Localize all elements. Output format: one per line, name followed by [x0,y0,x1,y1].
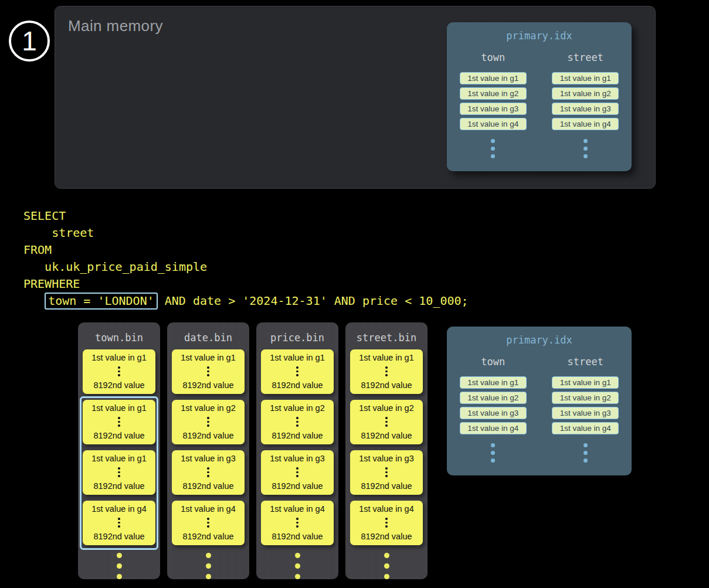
primary-index-columns: town 1st value in g1 1st value in g2 1st… [447,356,632,463]
index-entry-chip: 1st value in g4 [552,118,619,130]
granule-first-value: 1st value in g1 [359,353,414,362]
granule-last-value: 8192nd value [93,481,144,491]
granule-last-value: 8192nd value [182,380,233,390]
sql-predicate-line: town = 'LONDON' AND date > '2024-12-31' … [23,293,469,310]
granule-first-value: 1st value in g3 [359,454,414,463]
main-memory-title: Main memory [68,17,163,35]
vertical-ellipsis-icon [118,417,120,427]
granule-last-value: 8192nd value [361,431,412,440]
vertical-ellipsis-icon [385,467,388,477]
granule-block: 1st value in g3 8192nd value [172,450,245,495]
granule-last-value: 8192nd value [93,532,144,541]
granule-first-value: 1st value in g1 [91,353,147,362]
vertical-ellipsis-icon [256,553,338,579]
index-entry-chip: 1st value in g3 [552,407,619,419]
vertical-ellipsis-icon [207,366,209,376]
vertical-ellipsis-icon [296,366,298,376]
index-entry-chip: 1st value in g4 [460,422,527,434]
granule-block: 1st value in g4 8192nd value [261,501,334,545]
granule-first-value: 1st value in g3 [270,454,325,463]
granule-block: 1st value in g1 8192nd value [83,349,155,394]
vertical-ellipsis-icon [584,139,588,158]
vertical-ellipsis-icon [118,518,120,528]
granule-block: 1st value in g1 8192nd value [261,349,334,394]
granule-last-value: 8192nd value [361,380,412,390]
index-column-header: street [568,356,603,368]
vertical-ellipsis-icon [296,467,298,477]
index-entry-chip: 1st value in g2 [460,87,527,100]
sql-line: PREWHERE [23,276,469,293]
granule-last-value: 8192nd value [361,481,412,491]
granule-first-value: 1st value in g4 [91,504,147,514]
index-entry-chip: 1st value in g3 [460,407,527,419]
granule-first-value: 1st value in g1 [91,454,147,463]
vertical-ellipsis-icon [491,443,495,463]
granule-first-value: 1st value in g4 [359,504,414,514]
index-entry-chip: 1st value in g2 [552,392,619,404]
index-entry-chip: 1st value in g2 [552,87,619,100]
granule-last-value: 8192nd value [93,380,144,390]
bin-file-title: town.bin [78,322,160,349]
index-entry-chip: 1st value in g1 [552,376,619,389]
granule-last-value: 8192nd value [272,481,323,491]
bin-file-title: street.bin [345,322,428,349]
granule-block: 1st value in g4 8192nd value [350,501,423,545]
index-entry-chip: 1st value in g3 [460,103,527,115]
sql-indent [23,294,45,308]
bin-file-panel-town: town.bin 1st value in g1 8192nd value 1s… [78,322,160,579]
vertical-ellipsis-icon [207,417,209,427]
granule-first-value: 1st value in g2 [359,403,414,413]
granule-first-value: 1st value in g1 [181,353,236,362]
index-column-town: town 1st value in g1 1st value in g2 1st… [447,356,540,463]
sql-line: uk.uk_price_paid_simple [23,259,469,276]
granule-last-value: 8192nd value [182,532,233,541]
bin-file-panel-street: street.bin 1st value in g1 8192nd value … [345,322,428,579]
granule-block: 1st value in g2 8192nd value [261,400,334,444]
sql-line: street [23,225,469,242]
vertical-ellipsis-icon [491,139,495,158]
index-column-header: town [481,52,505,63]
index-entry-chip: 1st value in g1 [460,72,527,84]
index-entry-chip: 1st value in g1 [552,72,619,84]
sql-predicate-rest: AND date > '2024-12-31' AND price < 10_0… [158,294,469,308]
vertical-ellipsis-icon [207,467,209,477]
vertical-ellipsis-icon [385,366,388,376]
granule-block: 1st value in g2 8192nd value [172,400,245,444]
index-entry-chip: 1st value in g2 [460,392,527,404]
granule-last-value: 8192nd value [272,532,323,541]
index-entry-chip: 1st value in g1 [460,376,527,389]
granule-first-value: 1st value in g3 [181,454,236,463]
bin-file-panel-price: price.bin 1st value in g1 8192nd value 1… [256,322,338,579]
granule-last-value: 8192nd value [93,431,144,440]
sql-query-block: SELECT streetFROM uk.uk_price_paid_simpl… [23,208,469,310]
primary-index-panel-bottom: primary.idx town 1st value in g1 1st val… [447,327,632,475]
granule-last-value: 8192nd value [272,380,323,390]
granule-block: 1st value in g1 8192nd value [83,450,155,495]
bin-file-title: date.bin [167,322,249,349]
granule-block: 1st value in g1 8192nd value [350,349,423,394]
vertical-ellipsis-icon [296,518,298,528]
primary-index-panel-top: primary.idx town 1st value in g1 1st val… [447,22,632,171]
granule-first-value: 1st value in g2 [181,403,236,413]
vertical-ellipsis-icon [207,518,209,528]
primary-index-title: primary.idx [447,30,632,42]
vertical-ellipsis-icon [345,553,428,579]
granule-last-value: 8192nd value [182,431,233,440]
vertical-ellipsis-icon [385,518,388,528]
index-entry-chip: 1st value in g3 [552,103,619,115]
vertical-ellipsis-icon [118,467,120,477]
primary-index-title: primary.idx [447,334,632,346]
granule-block: 1st value in g1 8192nd value [172,349,245,394]
index-column-header: town [481,356,505,368]
granule-last-value: 8192nd value [182,481,233,491]
index-entry-chip: 1st value in g4 [552,422,619,434]
index-column-header: street [568,52,603,63]
index-column-street: street 1st value in g1 1st value in g2 1… [540,52,632,158]
vertical-ellipsis-icon [584,443,588,463]
bin-file-title: price.bin [256,322,338,349]
granule-first-value: 1st value in g1 [91,403,147,413]
vertical-ellipsis-icon [167,553,249,579]
step-number: 1 [22,28,37,55]
vertical-ellipsis-icon [385,417,388,427]
bin-file-panel-date: date.bin 1st value in g1 8192nd value 1s… [167,322,249,579]
